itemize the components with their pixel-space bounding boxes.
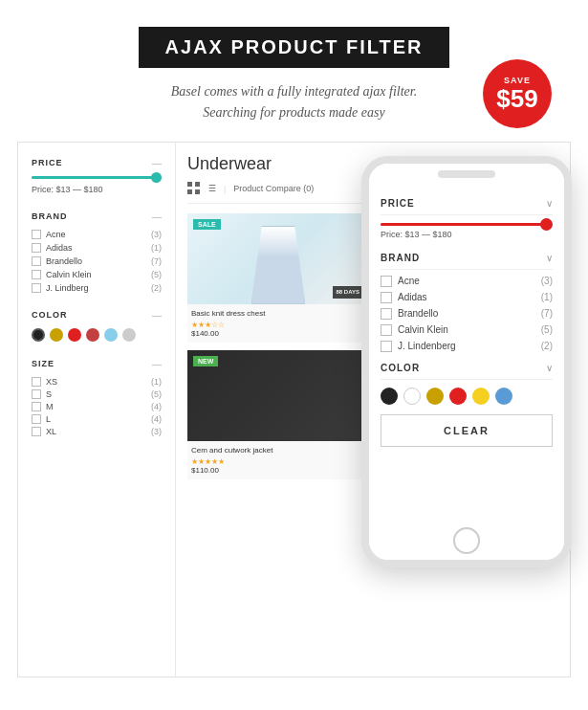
price-filter-label: PRICE xyxy=(32,158,63,167)
size-item[interactable]: S (5) xyxy=(32,389,162,399)
clear-button[interactable]: CLEAR xyxy=(381,414,553,447)
mobile-color-swatch[interactable] xyxy=(472,388,490,405)
price-range-text: Price: $13 — $180 xyxy=(32,185,162,194)
product-price: $140.00 xyxy=(191,329,365,338)
mockup-container: PRICE — Price: $13 — $180 BRAND — Acne (… xyxy=(17,142,571,677)
mobile-brand-chevron[interactable]: ∨ xyxy=(546,253,553,263)
product-name: Basic knit dress chest xyxy=(191,309,365,318)
mobile-brand-count: (7) xyxy=(541,308,553,319)
days-badge: 88 DAYS xyxy=(333,286,363,299)
size-count: (4) xyxy=(151,414,162,424)
price-slider-fill xyxy=(32,176,162,179)
size-item[interactable]: L (4) xyxy=(32,414,162,424)
mobile-brand-checkbox[interactable] xyxy=(381,308,392,320)
mobile-color-label: COLOR xyxy=(381,363,420,373)
brand-count: (7) xyxy=(151,256,162,266)
size-checkbox[interactable] xyxy=(32,402,41,411)
price-slider-track[interactable] xyxy=(32,176,162,179)
size-checkbox[interactable] xyxy=(32,389,41,399)
mobile-price-slider: Price: $13 — $180 xyxy=(381,223,553,239)
grid-cell xyxy=(195,189,200,194)
size-count: (1) xyxy=(151,377,162,387)
mobile-slider-track[interactable] xyxy=(381,223,553,226)
save-amount: $59 xyxy=(496,85,537,113)
mobile-color-swatch[interactable] xyxy=(403,388,421,405)
color-swatch[interactable] xyxy=(68,328,81,342)
product-card[interactable]: SALE 88 DAYS Basic knit dress chest ★★★☆… xyxy=(187,213,369,343)
subtitle-line2: Searching for products made easy xyxy=(203,105,384,120)
product-info: Basic knit dress chest ★★★☆☆ $140.00 xyxy=(187,304,369,343)
list-view-icon[interactable]: ☰ xyxy=(208,184,216,193)
mobile-brand-checkbox[interactable] xyxy=(381,276,392,287)
brand-count: (1) xyxy=(151,243,162,253)
grid-cell xyxy=(187,189,192,194)
product-card[interactable]: NEW Cem and cutwork jacket ★★★★★ $110.00 xyxy=(187,350,369,479)
mobile-brand-item[interactable]: Calvin Klein (5) xyxy=(381,324,553,336)
brand-name: Acne xyxy=(46,230,66,239)
mobile-mockup: PRICE ∨ Price: $13 — $180 BRAND ∨ xyxy=(361,156,572,567)
mobile-color-swatch[interactable] xyxy=(426,388,444,405)
mobile-price-text: Price: $13 — $180 xyxy=(381,230,553,239)
color-swatch[interactable] xyxy=(50,328,63,342)
mobile-brand-item[interactable]: Brandello (7) xyxy=(381,308,553,320)
color-swatch[interactable] xyxy=(122,328,136,342)
mobile-slider-fill xyxy=(381,223,551,226)
size-toggle[interactable]: — xyxy=(152,359,162,369)
toolbar-separator: | xyxy=(224,183,226,194)
size-count: (3) xyxy=(151,427,162,436)
color-swatch[interactable] xyxy=(104,328,118,342)
brand-checkbox[interactable] xyxy=(32,256,41,266)
size-item[interactable]: XS (1) xyxy=(32,377,162,387)
mobile-brand-name: Acne xyxy=(398,276,420,286)
price-filter: PRICE — Price: $13 — $180 xyxy=(32,158,162,194)
grid-cell xyxy=(195,182,200,187)
size-item[interactable]: XL (3) xyxy=(32,427,162,436)
size-label: M xyxy=(46,402,54,411)
brand-item[interactable]: Acne (3) xyxy=(32,230,162,239)
brand-name: Calvin Klein xyxy=(46,270,92,279)
brand-item[interactable]: J. Lindberg (2) xyxy=(32,283,162,293)
mobile-brand-checkbox[interactable] xyxy=(381,324,392,336)
brand-toggle[interactable]: — xyxy=(152,211,162,222)
brand-checkbox[interactable] xyxy=(32,230,41,239)
page-title: AJAX PRODUCT FILTER xyxy=(139,27,450,68)
mobile-brand-name: Brandello xyxy=(398,308,438,319)
mobile-brand-item[interactable]: J. Lindenberg (2) xyxy=(381,341,553,352)
size-checkbox[interactable] xyxy=(32,427,41,436)
size-label: XS xyxy=(46,377,57,387)
brand-item[interactable]: Calvin Klein (5) xyxy=(32,270,162,279)
size-label: S xyxy=(46,389,52,399)
mobile-home-button[interactable] xyxy=(453,527,480,554)
size-item[interactable]: M (4) xyxy=(32,402,162,411)
price: $140.00 xyxy=(191,329,219,338)
price-slider-handle[interactable] xyxy=(151,172,162,183)
price-toggle[interactable]: — xyxy=(152,158,162,168)
mobile-brand-checkbox[interactable] xyxy=(381,341,392,352)
grid-view-icon[interactable] xyxy=(187,182,201,195)
mobile-color-swatch[interactable] xyxy=(495,388,512,405)
color-swatch[interactable] xyxy=(32,328,45,342)
size-checkbox[interactable] xyxy=(32,414,41,424)
mobile-price-chevron[interactable]: ∨ xyxy=(546,198,553,209)
mobile-brand-checkbox[interactable] xyxy=(381,292,392,303)
brand-checkbox[interactable] xyxy=(32,270,41,279)
mobile-slider-handle[interactable] xyxy=(540,218,553,231)
mobile-price-label: PRICE xyxy=(381,198,415,209)
color-toggle[interactable]: — xyxy=(152,310,162,321)
mobile-brand-item[interactable]: Adidas (1) xyxy=(381,292,553,303)
mobile-color-swatch[interactable] xyxy=(381,388,398,405)
mobile-notch xyxy=(438,170,495,178)
subtitle-line1: Basel comes with a fully integrated ajax… xyxy=(171,84,417,99)
brand-filter: BRAND — Acne (3) Adidas (1) Brandello (7… xyxy=(32,211,162,293)
mobile-brand-item[interactable]: Acne (3) xyxy=(381,276,553,287)
brand-checkbox[interactable] xyxy=(32,243,41,253)
brand-item[interactable]: Adidas (1) xyxy=(32,243,162,253)
brand-checkbox[interactable] xyxy=(32,283,41,293)
mobile-color-swatch[interactable] xyxy=(449,388,467,405)
size-filter-label: SIZE xyxy=(32,359,54,368)
size-checkbox[interactable] xyxy=(32,377,41,387)
brand-filter-label: BRAND xyxy=(32,211,68,221)
brand-item[interactable]: Brandello (7) xyxy=(32,256,162,266)
color-swatch[interactable] xyxy=(86,328,99,342)
mobile-color-chevron[interactable]: ∨ xyxy=(546,363,553,373)
